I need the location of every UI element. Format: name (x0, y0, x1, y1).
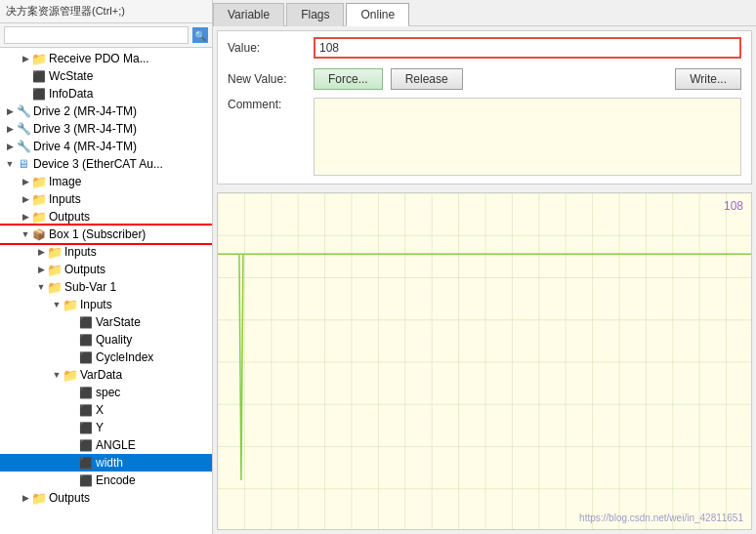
label-vardata: VarData (80, 368, 122, 382)
expand-arrow-outputs3[interactable]: ▶ (20, 491, 31, 505)
value-label: Value: (228, 41, 306, 55)
tree-item-vardata[interactable]: ▼ 📁 VarData (0, 366, 212, 384)
tree-item-subvar1[interactable]: ▼ 📁 Sub-Var 1 (0, 278, 212, 296)
icon-quality: ⬛ (78, 333, 94, 347)
tree-item-inputs3[interactable]: ▼ 📁 Inputs (0, 296, 212, 313)
sidebar-header: 决方案资源管理器(Ctrl+;) (0, 0, 212, 23)
icon-angle: ⬛ (78, 438, 94, 452)
tree-item-spec[interactable]: ▶ ⬛ spec (0, 384, 212, 401)
value-input[interactable] (314, 37, 741, 59)
tree-item-angle[interactable]: ▶ ⬛ ANGLE (0, 436, 212, 454)
expand-arrow-inputs2[interactable]: ▶ (35, 245, 47, 259)
expand-arrow-drive4[interactable]: ▶ (4, 140, 16, 153)
label-drive4: Drive 4 (MR-J4-TM) (33, 140, 137, 153)
label-inputs: Inputs (49, 192, 81, 206)
expand-arrow-inputs[interactable]: ▶ (20, 192, 31, 206)
expand-arrow-image[interactable]: ▶ (20, 175, 31, 188)
icon-drive3: 🔧 (16, 122, 31, 136)
label-image: Image (49, 175, 81, 188)
expand-arrow-inputs3[interactable]: ▼ (51, 298, 63, 311)
tree-item-outputs2[interactable]: ▶ 📁 Outputs (0, 261, 212, 278)
sidebar-search-button[interactable]: 🔍 (192, 27, 208, 43)
tree-item-drive4[interactable]: ▶ 🔧 Drive 4 (MR-J4-TM) (0, 138, 212, 155)
expand-arrow-subvar1[interactable]: ▼ (35, 280, 47, 294)
expand-arrow-box1[interactable]: ▼ (20, 227, 31, 241)
tree-item-device3[interactable]: ▼ 🖥 Device 3 (EtherCAT Au... (0, 155, 212, 173)
new-value-row: New Value: Force... Release Write... (218, 64, 751, 94)
expand-arrow-outputs2[interactable]: ▶ (35, 263, 47, 276)
expand-arrow-drive3[interactable]: ▶ (4, 122, 16, 136)
new-value-label: New Value: (228, 72, 306, 86)
icon-subvar1: 📁 (47, 280, 63, 294)
sidebar-search-input[interactable] (4, 26, 189, 44)
tree-item-image[interactable]: ▶ 📁 Image (0, 173, 212, 190)
tree-item-drive2[interactable]: ▶ 🔧 Drive 2 (MR-J4-TM) (0, 103, 212, 120)
tree-item-encode[interactable]: ▶ ⬛ Encode (0, 472, 212, 489)
tree-item-y[interactable]: ▶ ⬛ Y (0, 419, 212, 436)
comment-textarea[interactable] (314, 98, 741, 176)
icon-inputs: 📁 (31, 192, 47, 206)
icon-vardata: 📁 (63, 368, 78, 382)
label-spec: spec (96, 386, 120, 399)
tab-online[interactable]: Online (346, 3, 409, 26)
main-panel: VariableFlagsOnline Value: New Value: Fo… (213, 0, 756, 534)
tree-item-width[interactable]: ▶ ⬛ width (0, 454, 212, 472)
icon-device3: 🖥 (16, 157, 31, 171)
tree-item-x[interactable]: ▶ ⬛ X (0, 401, 212, 419)
sidebar-title: 决方案资源管理器(Ctrl+;) (6, 4, 125, 19)
chart-watermark: https://blog.csdn.net/wei/in_42811651 (579, 513, 743, 523)
icon-inputs2: 📁 (47, 245, 63, 259)
icon-outputs2: 📁 (47, 263, 63, 276)
sidebar-tree: ▶ 📁 Receive PDO Ma... ▶ ⬛ WcState ▶ ⬛ In… (0, 48, 212, 534)
sidebar: 决方案资源管理器(Ctrl+;) 🔍 ▶ 📁 Receive PDO Ma...… (0, 0, 213, 534)
tree-item-wcstate[interactable]: ▶ ⬛ WcState (0, 67, 212, 85)
chart-svg (218, 193, 751, 529)
tree-item-outputs[interactable]: ▶ 📁 Outputs (0, 208, 212, 226)
expand-arrow-receive-pdo[interactable]: ▶ (20, 52, 31, 65)
tree-item-box1[interactable]: ▼ 📦 Box 1 (Subscriber) (0, 226, 212, 243)
icon-drive4: 🔧 (16, 140, 31, 153)
icon-spec: ⬛ (78, 386, 94, 399)
label-outputs2: Outputs (64, 263, 105, 276)
tree-item-cycleindex[interactable]: ▶ ⬛ CycleIndex (0, 349, 212, 366)
label-receive-pdo: Receive PDO Ma... (49, 52, 149, 65)
tree-item-receive-pdo[interactable]: ▶ 📁 Receive PDO Ma... (0, 50, 212, 67)
expand-arrow-outputs[interactable]: ▶ (20, 210, 31, 224)
label-varstate: VarState (96, 315, 141, 329)
tree-item-quality[interactable]: ▶ ⬛ Quality (0, 331, 212, 349)
expand-arrow-vardata[interactable]: ▼ (51, 368, 63, 382)
label-drive3: Drive 3 (MR-J4-TM) (33, 122, 137, 136)
label-wcstate: WcState (49, 69, 93, 83)
tree-item-outputs3[interactable]: ▶ 📁 Outputs (0, 489, 212, 507)
label-quality: Quality (96, 333, 132, 347)
comment-row: Comment: (218, 94, 751, 184)
label-width: width (96, 456, 123, 470)
icon-outputs3: 📁 (31, 491, 47, 505)
tree-item-varstate[interactable]: ▶ ⬛ VarState (0, 313, 212, 331)
force-button[interactable]: Force... (314, 68, 383, 90)
label-subvar1: Sub-Var 1 (64, 280, 116, 294)
icon-wcstate: ⬛ (31, 69, 47, 83)
label-box1: Box 1 (Subscriber) (49, 227, 146, 241)
label-x: X (96, 403, 104, 417)
tree-item-infodata[interactable]: ▶ ⬛ InfoData (0, 85, 212, 103)
chart-area: 108 https://blog.csdn.net/wei/in_4281165… (217, 192, 752, 530)
icon-y: ⬛ (78, 421, 94, 434)
tab-variable[interactable]: Variable (213, 3, 284, 26)
icon-image: 📁 (31, 175, 47, 188)
label-inputs3: Inputs (80, 298, 112, 311)
icon-encode: ⬛ (78, 473, 94, 487)
tree-item-drive3[interactable]: ▶ 🔧 Drive 3 (MR-J4-TM) (0, 120, 212, 138)
tab-bar: VariableFlagsOnline (213, 0, 756, 26)
expand-arrow-drive2[interactable]: ▶ (4, 104, 16, 118)
write-button[interactable]: Write... (675, 68, 741, 90)
tree-item-inputs2[interactable]: ▶ 📁 Inputs (0, 243, 212, 261)
icon-drive2: 🔧 (16, 104, 31, 118)
label-angle: ANGLE (96, 438, 136, 452)
tree-item-inputs[interactable]: ▶ 📁 Inputs (0, 190, 212, 208)
icon-box1: 📦 (31, 227, 47, 241)
expand-arrow-device3[interactable]: ▼ (4, 157, 16, 171)
tab-flags[interactable]: Flags (286, 3, 344, 26)
label-outputs3: Outputs (49, 491, 90, 505)
release-button[interactable]: Release (391, 68, 463, 90)
